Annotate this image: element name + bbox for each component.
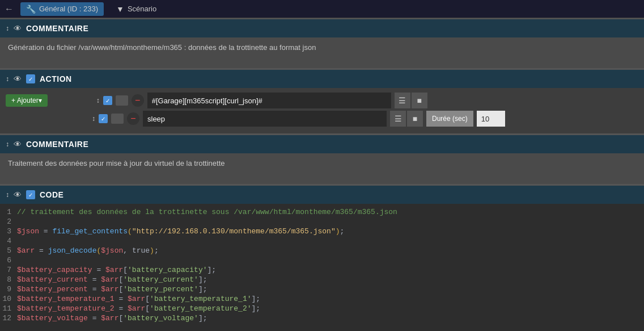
scenario-icon: ▼ xyxy=(116,5,124,14)
top-navigation: ← 🔧 Général (ID : 233) ▼ Scénario xyxy=(0,0,644,18)
eye-icon-action[interactable]: 👁 xyxy=(14,74,22,83)
code-content-8: $battery_current = $arr['battery_current… xyxy=(17,275,644,284)
sort-icon-1[interactable]: ↕ xyxy=(96,97,100,104)
commentaire1-text: Génération du fichier /var/www/html/mont… xyxy=(8,43,636,52)
tab-general-label: Général (ID : 233) xyxy=(39,5,98,13)
code-line-7: 7 $battery_capacity = $arr['battery_capa… xyxy=(0,265,644,275)
line-num-9: 9 xyxy=(0,285,17,294)
commentaire1-title: COMMENTAIRE xyxy=(26,24,88,33)
action-header: ↕ 👁 ✓ ACTION xyxy=(0,69,644,88)
code-content-12: $battery_voltage = $arr['battery_voltage… xyxy=(17,314,644,322)
collapse-arrow-action[interactable]: ↕ xyxy=(6,75,9,83)
code-content-10: $battery_temperature_1 = $arr['battery_t… xyxy=(17,295,644,303)
eye-icon-code[interactable]: 👁 xyxy=(14,190,22,199)
collapse-arrow-2[interactable]: ↕ xyxy=(6,140,9,148)
action-add-row: + Ajouter▾ ↕ ✓ − ☰ ■ xyxy=(6,93,638,108)
commentaire1-body: Génération du fichier /var/www/html/mont… xyxy=(0,37,644,69)
line-num-8: 8 xyxy=(0,275,17,284)
eye-icon-1[interactable]: 👁 xyxy=(14,24,22,33)
code-header: ↕ 👁 ✓ CODE xyxy=(0,185,644,204)
sort-icon-2[interactable]: ↕ xyxy=(92,115,95,123)
row1-input[interactable] xyxy=(147,93,391,108)
row2-input[interactable] xyxy=(143,111,387,127)
row2-list-icon[interactable]: ☰ xyxy=(390,111,406,127)
line-num-7: 7 xyxy=(0,266,17,274)
row2-remove[interactable]: − xyxy=(127,112,139,125)
tab-scenario[interactable]: ▼ Scénario xyxy=(111,2,162,16)
check-icon-action: ✓ xyxy=(26,74,35,83)
code-line-2: 2 xyxy=(0,217,644,227)
code-content-1: // traitement des données de la trottine… xyxy=(17,208,644,216)
commentaire2-header: ↕ 👁 COMMENTAIRE xyxy=(0,134,644,153)
duration-input[interactable] xyxy=(477,111,505,127)
collapse-arrow-1[interactable]: ↕ xyxy=(6,24,9,32)
action-body: + Ajouter▾ ↕ ✓ − ☰ ■ ↕ ✓ − ☰ ■ Duré xyxy=(0,88,644,134)
commentaire1-header: ↕ 👁 COMMENTAIRE xyxy=(0,18,644,37)
code-line-3: 3 $json = file_get_contents("http://192.… xyxy=(0,227,644,236)
code-title: CODE xyxy=(40,190,63,199)
row2-edit-icon[interactable]: ■ xyxy=(407,111,423,127)
row1-list-icon[interactable]: ☰ xyxy=(395,93,410,108)
collapse-arrow-code[interactable]: ↕ xyxy=(6,191,9,199)
code-content-11: $battery_temperature_2 = $arr['battery_t… xyxy=(17,304,644,313)
commentaire2-body: Traitement des données pour mise à jour … xyxy=(0,153,644,185)
action-title: ACTION xyxy=(40,74,72,83)
code-line-6: 6 xyxy=(0,255,644,265)
row1-dark-box xyxy=(116,95,128,106)
action-sleep-row: ↕ ✓ − ☰ ■ Durée (sec) xyxy=(6,111,638,127)
eye-icon-2[interactable]: 👁 xyxy=(14,140,22,149)
line-num-2: 2 xyxy=(0,217,17,226)
tab-scenario-label: Scénario xyxy=(128,5,156,13)
line-num-4: 4 xyxy=(0,237,17,245)
code-line-11: 11 $battery_temperature_2 = $arr['batter… xyxy=(0,304,644,313)
row2-icons: ☰ ■ xyxy=(390,111,423,127)
general-icon: 🔧 xyxy=(26,5,36,14)
line-num-5: 5 xyxy=(0,246,17,255)
back-button[interactable]: ← xyxy=(5,4,14,14)
line-num-12: 12 xyxy=(0,314,17,322)
line-num-6: 6 xyxy=(0,256,17,265)
code-line-4: 4 xyxy=(0,236,644,246)
code-line-9: 9 $battery_percent = $arr['battery_perce… xyxy=(0,284,644,294)
code-content-7: $battery_capacity = $arr['battery_capaci… xyxy=(17,266,644,274)
code-content-3: $json = file_get_contents("http://192.16… xyxy=(17,227,644,236)
row1-icons: ☰ ■ xyxy=(395,93,427,108)
code-content-9: $battery_percent = $arr['battery_percent… xyxy=(17,285,644,294)
code-line-10: 10 $battery_temperature_1 = $arr['batter… xyxy=(0,294,644,304)
commentaire2-text: Traitement des données pour mise à jour … xyxy=(8,159,636,167)
check-icon-code: ✓ xyxy=(26,190,35,199)
code-content-2 xyxy=(17,217,644,226)
row1-edit-icon[interactable]: ■ xyxy=(412,93,427,108)
row2-dark-box xyxy=(111,114,124,124)
duration-label: Durée (sec) xyxy=(426,111,473,127)
code-line-1: 1 // traitement des données de la trotti… xyxy=(0,207,644,217)
code-line-8: 8 $battery_current = $arr['battery_curre… xyxy=(0,275,644,284)
add-button-label: + Ajouter▾ xyxy=(11,97,42,104)
row2-check[interactable]: ✓ xyxy=(99,114,108,123)
row1-check[interactable]: ✓ xyxy=(103,96,112,105)
code-content-6 xyxy=(17,256,644,265)
code-content-4 xyxy=(17,237,644,245)
line-num-11: 11 xyxy=(0,304,17,313)
code-content-5: $arr = json_decode($json, true); xyxy=(17,246,644,255)
code-line-5: 5 $arr = json_decode($json, true); xyxy=(0,246,644,255)
add-button[interactable]: + Ajouter▾ xyxy=(6,94,48,107)
code-line-12: 12 $battery_voltage = $arr['battery_volt… xyxy=(0,313,644,323)
commentaire2-title: COMMENTAIRE xyxy=(26,140,88,149)
code-body: 1 // traitement des données de la trotti… xyxy=(0,204,644,326)
tab-general[interactable]: 🔧 Général (ID : 233) xyxy=(20,2,104,16)
line-num-10: 10 xyxy=(0,295,17,303)
row1-remove[interactable]: − xyxy=(132,94,144,107)
line-num-1: 1 xyxy=(0,208,17,216)
line-num-3: 3 xyxy=(0,227,17,236)
